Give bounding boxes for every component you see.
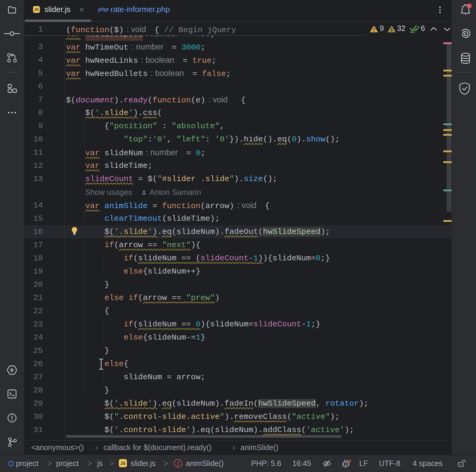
svg-text:f: f xyxy=(177,460,180,467)
